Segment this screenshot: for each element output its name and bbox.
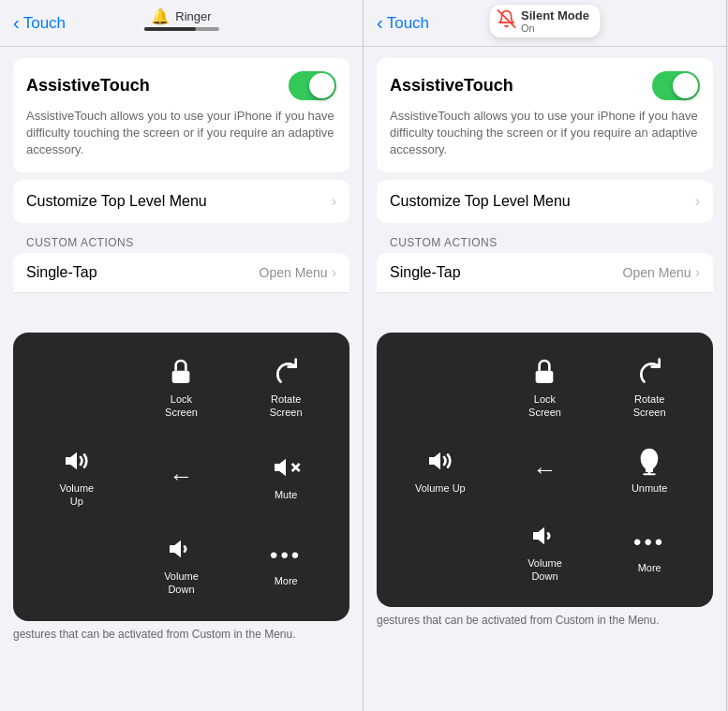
svg-rect-0 — [172, 371, 190, 383]
popup-overlay-1: LockScreen RotateScreen — [0, 333, 363, 711]
panel-1: ‹ Touch 🔔 Ringer AssistiveTouch Assistiv… — [0, 0, 364, 711]
back-chevron-icon-2: ‹ — [377, 12, 383, 34]
volume-up-icon-2 — [425, 446, 455, 476]
volume-up-item-2[interactable]: Volume Up — [392, 437, 489, 504]
svg-rect-7 — [536, 371, 554, 383]
single-tap-label-2: Single-Tap — [390, 264, 461, 281]
panel-2: ‹ Touch Silent Mode On AssistiveTouch As… — [364, 0, 727, 711]
back-button-1[interactable]: ‹ Touch — [13, 13, 66, 34]
rotate-screen-icon-1 — [271, 357, 301, 387]
top-bar-1: ‹ Touch 🔔 Ringer — [0, 0, 363, 47]
open-menu-chevron-2: › — [695, 264, 700, 281]
more-label-1: More — [275, 574, 298, 587]
back-button-2[interactable]: ‹ Touch — [377, 13, 429, 34]
back-label-1: Touch — [23, 14, 66, 33]
more-item-2[interactable]: ••• More — [601, 511, 698, 593]
more-item-1[interactable]: ••• More — [237, 525, 334, 606]
svg-marker-2 — [275, 458, 286, 476]
svg-rect-11 — [643, 473, 655, 475]
customize-menu-label-1: Customize Top Level Menu — [26, 193, 207, 210]
assistive-row-2: AssistiveTouch — [390, 71, 700, 100]
chevron-right-icon-1: › — [332, 193, 336, 210]
single-tap-row-2[interactable]: Single-Tap Open Menu › — [377, 253, 713, 293]
volume-down-item-2[interactable]: VolumeDown — [497, 511, 594, 593]
lock-screen-icon-2 — [529, 357, 559, 387]
ringer-label: Ringer — [175, 9, 211, 23]
more-dots-icon-1: ••• — [270, 542, 302, 569]
arrow-item-1[interactable]: ← — [133, 437, 230, 518]
svg-point-9 — [645, 451, 655, 466]
assistive-touch-card-2: AssistiveTouch AssistiveTouch allows you… — [377, 58, 713, 172]
rotate-screen-item-2[interactable]: RotateScreen — [601, 348, 698, 429]
silent-bell-icon — [497, 9, 515, 33]
rotate-screen-label-2: RotateScreen — [633, 393, 666, 420]
lock-screen-item-2[interactable]: LockScreen — [497, 348, 594, 429]
popup-row-1-2: LockScreen RotateScreen — [392, 348, 698, 429]
mute-item-1[interactable]: Mute — [237, 437, 334, 518]
bottom-text-2: gestures that can be activated from Cust… — [364, 607, 726, 634]
open-menu-chevron-1: › — [332, 264, 336, 281]
popup-menu-2: LockScreen RotateScreen — [377, 333, 713, 607]
popup-overlay-2: LockScreen RotateScreen — [364, 333, 726, 711]
assistive-title-2: AssistiveTouch — [390, 76, 513, 96]
mute-label-1: Mute — [275, 488, 297, 501]
lock-screen-item-1[interactable]: LockScreen — [133, 348, 230, 429]
arrow-left-icon-2: ← — [532, 455, 557, 484]
popup-row-2-2: Volume Up ← Unmute — [392, 437, 698, 504]
more-dots-icon-2: ••• — [633, 529, 665, 555]
popup-row-1-1: LockScreen RotateScreen — [28, 348, 334, 429]
silent-mode-title: Silent Mode — [521, 8, 589, 22]
open-menu-label-1: Open Menu — [260, 265, 328, 280]
volume-down-item-1[interactable]: VolumeDown — [133, 525, 230, 606]
silent-mode-indicator: Silent Mode On — [489, 5, 601, 37]
assistive-touch-card-1: AssistiveTouch AssistiveTouch allows you… — [13, 58, 349, 172]
unmute-icon-2 — [634, 446, 664, 476]
single-tap-row-1[interactable]: Single-Tap Open Menu › — [13, 253, 349, 293]
volume-down-label-1: VolumeDown — [164, 570, 199, 597]
back-label-2: Touch — [387, 14, 429, 33]
assistive-toggle-1[interactable] — [289, 71, 336, 100]
assistive-title-1: AssistiveTouch — [26, 76, 150, 96]
lock-screen-label-1: LockScreen — [165, 393, 198, 420]
volume-down-icon-1 — [166, 534, 196, 564]
assistive-desc-2: AssistiveTouch allows you to use your iP… — [390, 108, 700, 159]
popup-row-3-2: VolumeDown ••• More — [392, 511, 698, 593]
svg-marker-5 — [170, 541, 181, 558]
assistive-toggle-2[interactable] — [652, 71, 700, 100]
popup-row-3-1: VolumeDown ••• More — [28, 525, 334, 606]
svg-marker-1 — [66, 452, 77, 469]
ringer-control: 🔔 Ringer — [144, 7, 219, 31]
customize-menu-row-1[interactable]: Customize Top Level Menu › — [13, 180, 349, 223]
customize-menu-label-2: Customize Top Level Menu — [390, 193, 571, 210]
more-label-2: More — [638, 561, 661, 574]
svg-marker-8 — [429, 452, 440, 469]
customize-menu-row-2[interactable]: Customize Top Level Menu › — [377, 180, 713, 223]
rotate-screen-label-1: RotateScreen — [270, 393, 303, 420]
unmute-item-2[interactable]: Unmute — [601, 437, 698, 504]
rotate-screen-item-1[interactable]: RotateScreen — [237, 348, 334, 429]
custom-actions-header-2: CUSTOM ACTIONS — [364, 230, 726, 253]
svg-marker-12 — [533, 527, 544, 545]
volume-down-icon-2 — [529, 521, 559, 551]
volume-up-label-1: VolumeUp — [59, 481, 94, 509]
bell-icon: 🔔 — [151, 7, 170, 25]
lock-screen-label-2: LockScreen — [528, 393, 561, 420]
silent-mode-sub: On — [521, 22, 589, 34]
silent-text: Silent Mode On — [521, 8, 589, 34]
ringer-slider[interactable] — [144, 27, 219, 31]
volume-down-label-2: VolumeDown — [527, 556, 562, 584]
chevron-right-icon-2: › — [695, 193, 700, 210]
back-chevron-icon-1: ‹ — [13, 12, 20, 34]
volume-up-icon-1 — [62, 446, 92, 476]
mute-icon-1 — [271, 452, 301, 482]
volume-up-item-1[interactable]: VolumeUp — [28, 437, 126, 518]
popup-row-2-1: VolumeUp ← Mute — [28, 437, 334, 518]
open-menu-label-2: Open Menu — [623, 265, 691, 280]
settings-content-1: AssistiveTouch AssistiveTouch allows you… — [0, 47, 363, 293]
lock-screen-icon-1 — [166, 357, 196, 387]
arrow-item-2[interactable]: ← — [497, 437, 594, 504]
svg-line-6 — [498, 10, 514, 27]
assistive-desc-1: AssistiveTouch allows you to use your iP… — [26, 108, 336, 159]
bottom-text-1: gestures that can be activated from Cust… — [0, 621, 363, 648]
rotate-screen-icon-2 — [634, 357, 664, 387]
